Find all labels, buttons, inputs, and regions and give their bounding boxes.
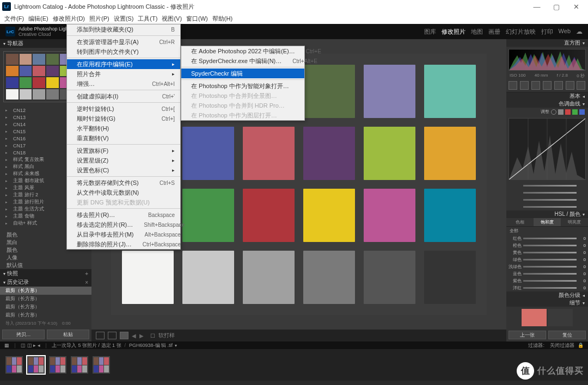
menu-item[interactable]: 逆时针旋转(L)Ctrl+[ [67, 104, 180, 114]
slider-row[interactable]: 绿色0 [506, 256, 588, 263]
snapshots-header[interactable]: ▾ 快照 + [0, 269, 91, 278]
menu-item[interactable]: 添加到快捷收藏夹(Q)B [67, 24, 180, 34]
curve-slider[interactable] [506, 196, 588, 203]
menu-item[interactable]: 垂直翻转(V) [67, 133, 180, 143]
maximize-button[interactable]: ▢ [547, 3, 566, 11]
menu-item[interactable]: 编辑(E) [26, 15, 51, 23]
menu-item[interactable]: 窗口(W) [184, 15, 210, 23]
lock-icon[interactable]: 🔒 [578, 343, 584, 348]
menubar[interactable]: 文件(F)编辑(E)修改照片(D)照片(P)设置(S)工具(T)视图(V)窗口(… [0, 13, 588, 24]
slider-row[interactable]: 蓝色0 [506, 270, 588, 277]
menu-item[interactable]: 设置星级(Z)▸ [67, 156, 180, 165]
brush-tool-icon[interactable] [577, 81, 585, 90]
menu-item[interactable]: 移去选定的照片(R)…Shift+Backspace [67, 220, 180, 229]
filmstrip-thumb[interactable] [70, 355, 89, 375]
menu-item[interactable]: 将元数据存储到文件(S)Ctrl+S [67, 178, 180, 188]
reset-button[interactable]: 复位 [548, 331, 586, 339]
history-item[interactable]: 裁剪（长方形） [0, 311, 91, 319]
menu-item[interactable]: 从目录中移去照片(M)Alt+Backspace [67, 229, 180, 239]
menu-item[interactable]: 文件(F) [2, 15, 26, 23]
menu-item[interactable]: SpyderCheckr 编辑 [181, 69, 304, 78]
hsl-tab[interactable]: 明亮度 [561, 218, 588, 226]
paste-button[interactable]: 粘贴 [47, 330, 89, 339]
close-button[interactable]: ✕ [566, 3, 586, 11]
menu-item[interactable]: 在 SpyderCheckr.exe 中编辑(N)…Ctrl+Alt+E [181, 56, 304, 66]
history-item[interactable]: 裁剪（长方形） [0, 295, 91, 303]
history-options-icon[interactable]: × [85, 280, 88, 285]
softproof-label[interactable]: 软打样 [158, 332, 175, 339]
spot-tool-icon[interactable] [520, 81, 529, 90]
module-tab[interactable]: 图库 [424, 28, 436, 36]
grid-view-icon[interactable] [120, 332, 128, 339]
module-tab[interactable]: 修改照片 [442, 28, 465, 36]
edit-in-submenu[interactable]: 在 Adobe Photoshop 2022 中编辑(E)…Ctrl+E在 Sp… [181, 46, 305, 121]
module-tab[interactable]: 幻灯片放映 [506, 28, 536, 36]
hsl-tab[interactable]: 饱和度 [534, 218, 561, 226]
radial-tool-icon[interactable] [566, 81, 574, 90]
menu-item[interactable]: 顺时针旋转(G)Ctrl+] [67, 114, 180, 123]
slider-row[interactable]: 紫色0 [506, 277, 588, 284]
grid-icon[interactable]: ▦ [4, 343, 9, 348]
hsl-tabs[interactable]: 色相饱和度明亮度 [506, 218, 588, 227]
menu-item[interactable]: 转到图库中的文件夹(Y) [67, 47, 180, 57]
curve-slider[interactable] [506, 182, 588, 189]
filmstrip-thumb[interactable] [26, 355, 46, 375]
photo-context-menu[interactable]: 添加到快捷收藏夹(Q)B在资源管理器中显示(A)Ctrl+R转到图库中的文件夹(… [66, 24, 181, 250]
filmstrip-thumb[interactable] [4, 355, 24, 375]
menu-item[interactable]: 设置色标(C)▸ [67, 165, 180, 175]
color-grading-header[interactable]: 颜色分级◂ [506, 291, 588, 299]
before-after-icon[interactable] [108, 332, 117, 339]
curve-b-icon[interactable] [579, 109, 585, 115]
menu-item[interactable]: 帮助(H) [210, 15, 235, 23]
source-label[interactable]: 上一次导入 [52, 342, 76, 349]
curve-r-icon[interactable] [565, 109, 571, 115]
hsl-tab[interactable]: 色相 [506, 218, 534, 226]
history-item[interactable]: 裁剪（长方形） [0, 303, 91, 311]
menu-item[interactable]: 设置(S) [112, 15, 136, 23]
detail-header[interactable]: 细节▾ [506, 299, 588, 307]
add-snapshot-icon[interactable]: + [85, 271, 88, 277]
mask-tool-icon[interactable] [543, 81, 552, 90]
crop-tool-icon[interactable] [509, 81, 517, 90]
menu-item[interactable]: 设置旗标(F)▸ [67, 146, 180, 156]
histogram[interactable] [509, 49, 586, 71]
previous-button[interactable]: 上一张 [509, 331, 546, 339]
filmstrip-thumb[interactable] [48, 355, 68, 375]
hsl-header[interactable]: HSL / 颜色▾ [506, 210, 588, 218]
histogram-header[interactable]: 直方图▾ [506, 39, 588, 47]
menu-item[interactable]: 水平翻转(H) [67, 123, 180, 133]
curve-slider[interactable] [506, 203, 588, 210]
menu-item[interactable]: 照片合并▸ [67, 69, 180, 79]
minimize-button[interactable]: — [527, 3, 547, 11]
module-tab[interactable]: 画册 [488, 28, 500, 36]
grad-tool-icon[interactable] [554, 81, 563, 90]
curve-point-icon[interactable] [551, 109, 556, 115]
copy-button[interactable]: 拷贝… [2, 330, 45, 339]
basic-header[interactable]: 基本◂ [506, 92, 588, 100]
loupe-view-icon[interactable] [96, 332, 105, 339]
menu-item[interactable]: 从文件中读取元数据(N) [67, 188, 180, 197]
tone-curve[interactable] [509, 118, 586, 180]
preset-group[interactable]: 人像 [0, 254, 91, 262]
menu-item[interactable]: 修改照片(D) [51, 15, 87, 23]
tonecurve-header[interactable]: 色调曲线▾ [506, 100, 588, 108]
preset-group[interactable]: 默认值 [0, 262, 91, 269]
curve-slider[interactable] [506, 189, 588, 196]
history-header[interactable]: ▾ 历史记录 × [0, 278, 91, 287]
slider-row[interactable]: 浅绿色0 [506, 263, 588, 270]
history-item[interactable]: 裁剪（长方形） [0, 287, 91, 295]
module-tab[interactable]: 地图 [471, 28, 483, 36]
curve-rgb-icon[interactable] [558, 109, 564, 115]
filmstrip-thumb[interactable] [91, 355, 111, 375]
menu-item[interactable]: 增强…Ctrl+Alt+I [67, 79, 180, 89]
hsl-all-label[interactable]: 全部 [506, 227, 588, 235]
redeye-tool-icon[interactable] [531, 81, 540, 90]
slider-row[interactable]: 橙色0 [506, 242, 588, 249]
view-icons[interactable]: ◫ ◫ ▸ ◂ [21, 343, 40, 348]
slider-row[interactable]: 洋红0 [506, 284, 588, 291]
module-tab[interactable]: 打印 [541, 28, 553, 36]
cloud-sync-icon[interactable]: ☁ [576, 28, 583, 35]
menu-item[interactable]: 删除排除的照片(J)…Ctrl+Backspace [67, 239, 180, 249]
menu-item[interactable]: 移去照片(R)…Backspace [67, 210, 180, 220]
menu-item[interactable]: 视图(V) [160, 15, 184, 23]
